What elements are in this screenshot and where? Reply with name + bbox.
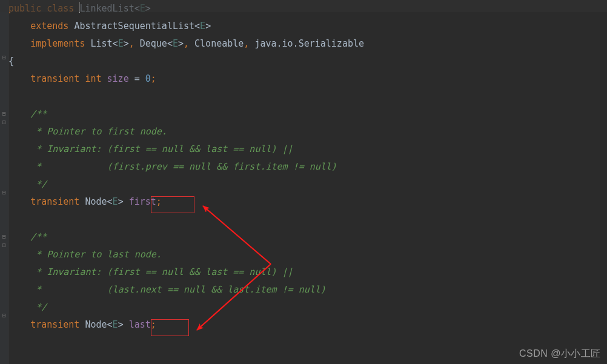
editor-gutter: ⊟⊟⊟⊟⊟⊟⊟	[0, 0, 8, 364]
fold-marker-icon[interactable]: ⊟	[1, 242, 7, 248]
fold-marker-icon[interactable]: ⊟	[1, 234, 7, 239]
fold-marker-icon[interactable]: ⊟	[1, 119, 7, 125]
fold-marker-icon[interactable]: ⊟	[1, 111, 7, 116]
fold-marker-icon[interactable]: ⊟	[1, 190, 7, 195]
fold-marker-icon[interactable]: ⊟	[1, 313, 7, 318]
watermark: CSDN @小小工匠	[519, 348, 601, 360]
fold-marker-icon[interactable]: ⊟	[1, 55, 7, 60]
code-editor[interactable]: ⊟⊟⊟⊟⊟⊟⊟ public class LinkedList<E> exten…	[0, 0, 607, 364]
code-area[interactable]: public class LinkedList<E> extends Abstr…	[8, 0, 364, 334]
